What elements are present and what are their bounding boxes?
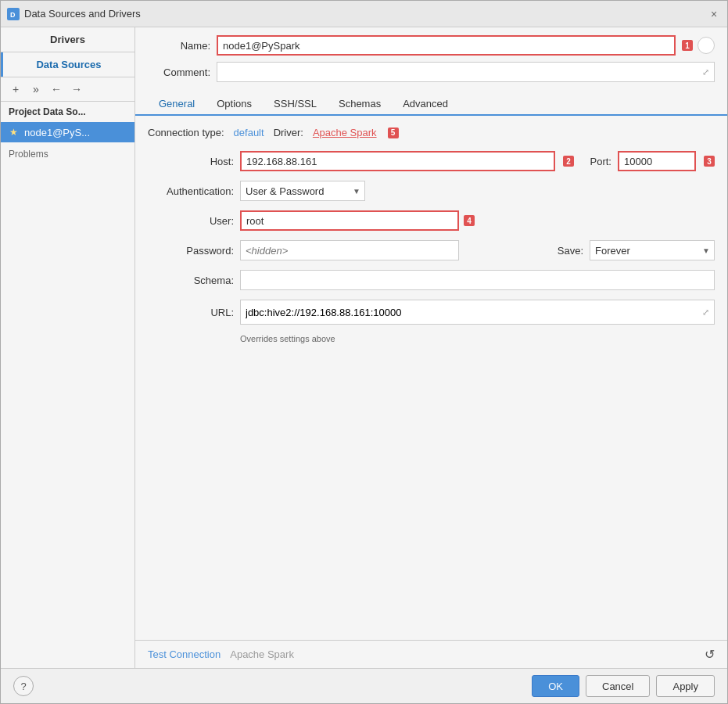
refresh-icon[interactable]: ↺: [705, 647, 715, 662]
back-button[interactable]: ←: [48, 81, 65, 98]
help-button[interactable]: ?: [13, 676, 34, 696]
sidebar-toolbar: + » ← →: [1, 77, 134, 102]
host-badge: 2: [563, 156, 574, 167]
driver-label: Driver:: [274, 127, 303, 138]
tab-content-general: Connection type: default Driver: Apache …: [135, 116, 727, 640]
user-badge: 4: [464, 215, 475, 226]
expand-icon[interactable]: ⤢: [702, 67, 709, 77]
port-badge: 3: [704, 156, 715, 167]
forward-button[interactable]: →: [68, 81, 85, 98]
tabs-bar: General Options SSH/SSL Schemas Advanced: [135, 93, 727, 116]
app-icon: D: [7, 8, 20, 20]
apache-spark-label: Apache Spark: [230, 648, 294, 660]
password-label: Password:: [148, 245, 234, 257]
sidebar-nav: Drivers Data Sources: [1, 27, 134, 77]
port-label: Port:: [580, 156, 611, 167]
conn-type-label: Connection type:: [148, 127, 224, 138]
name-badge: 1: [682, 40, 693, 51]
user-row: User: 4: [148, 210, 715, 231]
schema-label: Schema:: [148, 275, 234, 286]
schema-input[interactable]: [240, 270, 715, 290]
auth-row: Authentication: User & Password No auth …: [148, 181, 715, 201]
comment-label: Comment:: [148, 66, 210, 78]
connection-type-row: Connection type: default Driver: Apache …: [148, 127, 715, 138]
tab-general[interactable]: General: [148, 93, 206, 116]
host-label: Host:: [148, 156, 234, 167]
sidebar-item-label: node1@PyS...: [24, 127, 90, 138]
ok-button[interactable]: OK: [532, 675, 579, 697]
clear-icon[interactable]: [698, 37, 715, 54]
dialog-footer: ? OK Cancel Apply: [1, 668, 727, 703]
driver-badge: 5: [388, 128, 399, 138]
sidebar-nav-drivers[interactable]: Drivers: [1, 27, 134, 52]
test-connection-link[interactable]: Test Connection: [148, 648, 221, 660]
bottom-bar: Test Connection Apache Spark ↺: [135, 640, 727, 668]
save-label: Save:: [558, 245, 583, 257]
dialog-title: Data Sources and Drivers: [24, 8, 702, 20]
name-label: Name:: [148, 40, 210, 52]
save-select[interactable]: Forever Until restart Never: [590, 240, 715, 260]
password-row: Password: Save: Forever Until restart Ne…: [148, 240, 715, 260]
auth-label: Authentication:: [148, 185, 234, 197]
url-input[interactable]: [246, 307, 702, 318]
dialog-window: D Data Sources and Drivers × Drivers Dat…: [0, 0, 728, 704]
svg-text:D: D: [10, 11, 16, 19]
url-input-wrapper: ⤢: [240, 300, 715, 325]
user-label: User:: [148, 215, 234, 227]
auth-select[interactable]: User & Password No auth Username Kerbero…: [240, 181, 365, 201]
host-row: Host: 2 Port: 3: [148, 151, 715, 171]
password-input[interactable]: [240, 240, 459, 260]
url-expand-icon[interactable]: ⤢: [702, 307, 709, 318]
star-icon: ★: [7, 126, 20, 138]
url-row: URL: ⤢: [148, 300, 715, 325]
name-row: Name: 1: [148, 35, 715, 56]
schema-row: Schema:: [148, 270, 715, 290]
section-title: Project Data So...: [1, 102, 134, 122]
tab-ssh-ssl[interactable]: SSH/SSL: [263, 93, 328, 116]
user-input[interactable]: [240, 210, 459, 231]
sidebar: Drivers Data Sources + » ← → Project Dat…: [1, 27, 135, 668]
port-input[interactable]: [618, 151, 696, 171]
form-header: Name: 1 Comment: ⤢: [135, 27, 727, 93]
conn-type-value[interactable]: default: [234, 127, 264, 138]
host-input[interactable]: [240, 151, 555, 171]
sidebar-nav-data-sources[interactable]: Data Sources: [1, 52, 134, 77]
apply-button[interactable]: Apply: [656, 675, 715, 697]
more-button[interactable]: »: [27, 81, 45, 98]
tab-schemas[interactable]: Schemas: [328, 93, 392, 116]
tab-options[interactable]: Options: [206, 93, 263, 116]
driver-value[interactable]: Apache Spark: [313, 127, 377, 138]
user-input-wrapper: 4: [240, 210, 475, 231]
problems-label: Problems: [9, 149, 48, 160]
url-label: URL:: [148, 307, 234, 318]
main-content: Drivers Data Sources + » ← → Project Dat…: [1, 27, 727, 668]
name-input[interactable]: [217, 35, 676, 56]
problems-section: Problems: [1, 142, 134, 166]
sidebar-datasource-item[interactable]: ★ node1@PyS...: [1, 122, 134, 142]
title-bar: D Data Sources and Drivers ×: [1, 1, 727, 27]
url-section: URL: ⤢ Overrides settings above: [148, 300, 715, 343]
comment-row: Comment: ⤢: [148, 62, 715, 82]
cancel-button[interactable]: Cancel: [586, 675, 650, 697]
right-panel: Name: 1 Comment: ⤢ General: [135, 27, 727, 668]
url-hint: Overrides settings above: [240, 334, 715, 343]
save-select-wrapper: Forever Until restart Never ▼: [590, 240, 715, 260]
auth-select-wrapper: User & Password No auth Username Kerbero…: [240, 181, 365, 201]
tab-advanced[interactable]: Advanced: [392, 93, 459, 116]
save-section: Save: Forever Until restart Never ▼: [558, 240, 715, 260]
add-button[interactable]: +: [7, 81, 24, 98]
close-button[interactable]: ×: [707, 7, 721, 21]
